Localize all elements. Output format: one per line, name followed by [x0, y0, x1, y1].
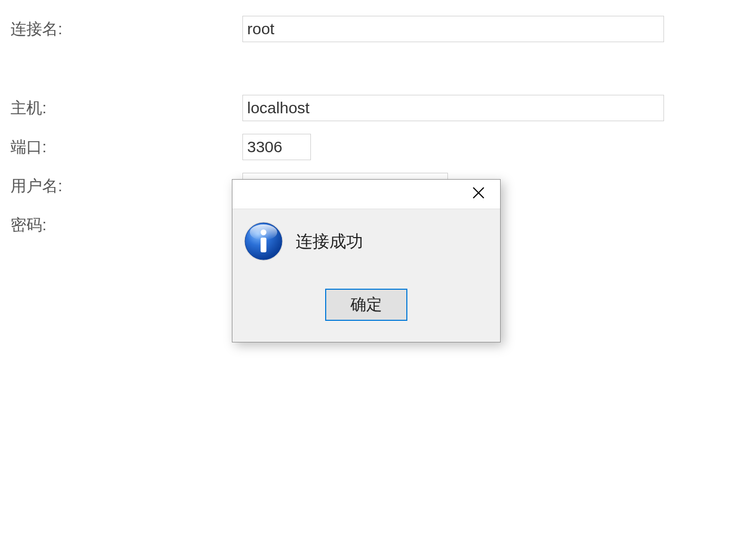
close-icon[interactable]: [466, 185, 491, 203]
label-username: 用户名:: [11, 175, 242, 197]
row-host: 主机:: [11, 95, 721, 121]
label-password: 密码:: [11, 214, 242, 236]
connection-name-input[interactable]: [242, 16, 664, 42]
label-connection-name: 连接名:: [11, 18, 242, 40]
message-dialog: 连接成功 确定: [232, 179, 501, 342]
dialog-body: 连接成功: [232, 209, 500, 289]
label-host: 主机:: [11, 97, 242, 119]
row-connection-name: 连接名:: [11, 16, 721, 42]
dialog-message: 连接成功: [296, 221, 363, 253]
row-port: 端口:: [11, 134, 721, 160]
ok-button[interactable]: 确定: [325, 289, 407, 321]
info-icon: [243, 221, 284, 262]
svg-point-5: [261, 230, 267, 235]
dialog-titlebar: [232, 180, 500, 209]
svg-rect-6: [261, 238, 267, 252]
label-port: 端口:: [11, 136, 242, 158]
host-input[interactable]: [242, 95, 664, 121]
port-input[interactable]: [242, 134, 311, 160]
dialog-footer: 确定: [232, 289, 500, 342]
